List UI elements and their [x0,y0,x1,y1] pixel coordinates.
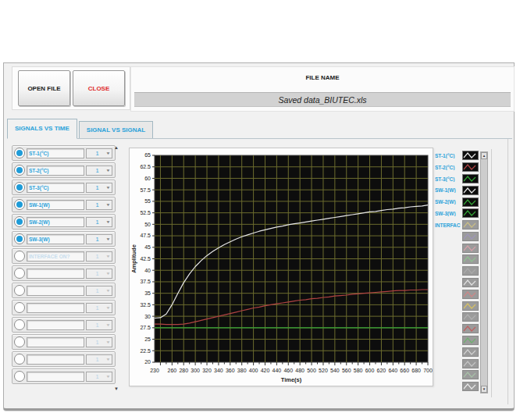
signal-enable-radio[interactable] [14,216,25,227]
chevron-down-icon: ▼ [105,305,110,310]
svg-text:660: 660 [400,368,409,373]
legend-scroll-up-icon[interactable]: ▲ [481,152,487,159]
chart-plot-area[interactable]: 2022.52527.53032.53537.54042.54547.55052… [130,148,433,386]
channel-dropdown[interactable]: 1▼ [86,286,112,296]
main-window: OPEN FILE CLOSE FILE NAME Saved data_BIU… [3,62,515,411]
svg-text:50: 50 [144,222,151,227]
button-panel: OPEN FILE CLOSE [12,66,130,110]
signal-row-empty-8: 1▼ [12,283,116,298]
svg-text:700: 700 [423,368,433,373]
signal-list-scroll-down-icon[interactable]: ▼ [114,386,119,391]
chevron-down-icon: ▼ [105,322,110,327]
legend-row-empty-12 [435,289,482,299]
channel-dropdown[interactable]: 1▼ [86,217,112,227]
svg-text:Time(s): Time(s) [281,376,302,383]
channel-dropdown[interactable]: 1▼ [86,337,112,347]
signal-label [27,303,84,313]
signal-row-st-3-c-: ST-3(°C)1▼ [12,180,116,195]
channel-dropdown[interactable]: 1▼ [86,148,112,158]
legend-plot-swatch-icon[interactable] [462,220,479,230]
signal-label: SW-3(W) [27,234,84,244]
legend-scrollbar[interactable]: ▲ ▼ [480,151,488,393]
legend-plot-swatch-icon[interactable] [462,232,479,241]
legend-plot-swatch-icon[interactable] [462,208,479,218]
legend-plot-swatch-icon[interactable] [462,266,479,276]
svg-text:400: 400 [249,368,258,373]
channel-value: 1 [88,339,106,346]
legend-plot-swatch-icon[interactable] [462,359,479,368]
signal-list-scroll-up-icon[interactable]: ▲ [114,145,119,150]
signal-enable-radio[interactable] [14,165,25,176]
open-file-button[interactable]: OPEN FILE [18,70,70,106]
file-name-panel: FILE NAME Saved data_BIUTEC.xls [130,66,515,112]
channel-dropdown[interactable]: 1▼ [86,354,112,365]
legend-scroll-down-icon[interactable]: ▼ [481,386,487,393]
legend-plot-swatch-icon[interactable] [462,198,479,207]
legend-plot-swatch-icon[interactable] [462,244,479,253]
channel-dropdown[interactable]: 1▼ [86,269,112,279]
legend-plot-swatch-icon[interactable] [462,151,479,160]
file-name-value[interactable]: Saved data_BIUTEC.xls [134,92,511,107]
svg-text:260: 260 [167,368,176,373]
signal-enable-radio[interactable] [14,182,25,193]
channel-dropdown[interactable]: 1▼ [86,234,112,244]
signal-enable-radio[interactable] [14,251,25,262]
legend-plot-swatch-icon[interactable] [462,174,479,183]
legend-plot-swatch-icon[interactable] [462,370,479,379]
signal-enable-radio[interactable] [14,319,25,330]
legend-plot-swatch-icon[interactable] [462,324,479,333]
channel-dropdown[interactable]: 1▼ [86,200,112,210]
svg-text:540: 540 [330,368,340,373]
signal-enable-radio[interactable] [14,336,25,347]
svg-text:500: 500 [307,368,316,373]
channel-dropdown[interactable]: 1▼ [86,303,112,313]
signal-enable-radio[interactable] [14,354,25,365]
legend-plot-swatch-icon[interactable] [462,347,479,357]
channel-dropdown[interactable]: 1▼ [86,372,112,382]
legend-row-empty-18 [435,358,482,368]
signal-enable-radio[interactable] [14,199,25,210]
signal-enable-radio[interactable] [14,302,25,313]
signal-row-interface-on-: INTERFACE ON?1▼ [12,248,116,264]
legend-plot-swatch-icon[interactable] [462,186,479,195]
legend-plot-swatch-icon[interactable] [462,301,479,311]
svg-text:420: 420 [261,368,270,373]
svg-text:32.5: 32.5 [140,302,151,308]
legend-label: ST-2(°C) [435,165,461,170]
signal-enable-radio[interactable] [14,233,25,244]
legend-row-interfac: INTERFAC [435,220,482,230]
svg-text:45: 45 [144,244,151,250]
tab-signals-vs-time[interactable]: SIGNALS VS TIME [7,119,77,139]
legend-plot-swatch-icon[interactable] [462,162,479,172]
legend-plot-swatch-icon[interactable] [462,382,479,391]
legend-row-empty-19 [435,370,482,380]
svg-text:30: 30 [144,314,151,319]
svg-text:40: 40 [144,268,151,273]
chevron-down-icon: ▼ [105,185,110,190]
tab-signal-vs-signal[interactable]: SIGNAL VS SIGNAL [79,121,153,138]
legend-plot-swatch-icon[interactable] [462,290,479,299]
signal-enable-radio[interactable] [14,148,25,158]
channel-dropdown[interactable]: 1▼ [86,320,112,330]
legend-plot-swatch-icon[interactable] [462,278,479,287]
signal-enable-radio[interactable] [14,285,25,296]
signal-row-empty-7: 1▼ [12,265,116,281]
legend-label: SW-3(W) [435,211,461,216]
svg-text:42.5: 42.5 [140,256,151,262]
legend-plot-swatch-icon[interactable] [462,336,479,345]
svg-text:640: 640 [388,368,397,373]
channel-dropdown[interactable]: 1▼ [86,183,112,193]
channel-value: 1 [88,219,106,226]
legend-plot-swatch-icon[interactable] [462,312,479,322]
svg-text:52.5: 52.5 [140,210,151,215]
svg-text:340: 340 [214,368,223,373]
svg-text:560: 560 [342,368,351,373]
legend-plot-swatch-icon[interactable] [462,254,479,264]
channel-value: 1 [88,373,106,380]
channel-dropdown[interactable]: 1▼ [86,251,112,262]
close-button[interactable]: CLOSE [73,70,125,106]
signal-enable-radio[interactable] [14,268,25,279]
svg-text:480: 480 [295,368,305,373]
channel-dropdown[interactable]: 1▼ [86,166,112,176]
signal-enable-radio[interactable] [14,371,25,382]
